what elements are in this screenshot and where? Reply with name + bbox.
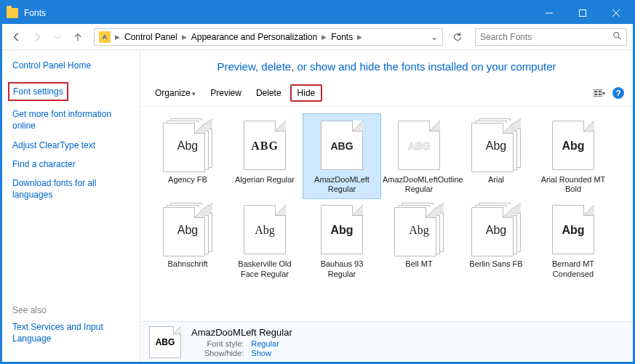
details-font-style-label: Font style:	[191, 339, 244, 348]
font-sample: Abg	[330, 224, 353, 237]
chevron-right-icon[interactable]: ▶	[180, 33, 188, 41]
font-item[interactable]: AbgAgency FB	[149, 114, 226, 198]
font-item[interactable]: ABGAmazDooMLeft Regular	[303, 114, 380, 198]
font-sample: Abg	[562, 139, 584, 153]
font-item[interactable]: AbgBell MT	[380, 198, 458, 283]
toolbar: Organize Preview Delete Hide ▾ ?	[140, 80, 633, 107]
page-title: Preview, delete, or show and hide the fo…	[140, 50, 633, 80]
minimize-button[interactable]	[532, 2, 566, 24]
font-thumbnail: Abg	[548, 203, 598, 256]
sidebar: Control Panel Home Font settingsGet more…	[2, 50, 140, 362]
chevron-right-icon[interactable]: ▶	[320, 33, 328, 41]
svg-rect-8	[599, 91, 602, 92]
font-sample: Abg	[255, 224, 275, 237]
font-item[interactable]: AbgBauhaus 93 Regular	[303, 198, 380, 283]
font-name-label: Agency FB	[168, 175, 207, 185]
svg-point-4	[614, 32, 619, 37]
font-name-label: Bahnschrift	[167, 259, 207, 269]
sidebar-link[interactable]: Download fonts for all languages	[12, 177, 129, 201]
font-sample: ABG	[407, 140, 430, 152]
font-name-label: Baskerville Old Face Regular	[228, 259, 301, 278]
details-show-hide-label: Show/hide:	[191, 349, 244, 357]
nav-row: A ▶ Control Panel ▶ Appearance and Perso…	[2, 24, 633, 50]
font-sample: Abg	[562, 224, 584, 237]
svg-rect-10	[599, 94, 602, 95]
font-name-label: Algerian Regular	[235, 175, 295, 185]
svg-line-5	[618, 37, 620, 39]
breadcrumb[interactable]: A ▶ Control Panel ▶ Appearance and Perso…	[94, 28, 443, 46]
search-icon[interactable]	[612, 31, 622, 43]
font-thumbnail: ABG	[394, 118, 444, 172]
forward-button[interactable]	[28, 28, 46, 46]
control-panel-home-link[interactable]: Control Panel Home	[12, 60, 129, 70]
details-thumbnail: ABG	[149, 326, 181, 358]
font-thumbnail: Abg	[317, 203, 367, 256]
back-button[interactable]	[8, 28, 25, 46]
delete-button[interactable]: Delete	[250, 86, 287, 100]
font-thumbnail: Abg	[163, 203, 212, 256]
font-grid: AbgAgency FBABGAlgerian RegularABGAmazDo…	[140, 107, 633, 321]
view-options-button[interactable]: ▾	[594, 87, 605, 99]
font-thumbnail: Abg	[471, 118, 521, 172]
chevron-right-icon[interactable]: ▶	[113, 33, 121, 41]
search-input[interactable]	[480, 32, 612, 42]
font-name-label: AmazDooMLeftOutline Regular	[383, 175, 455, 194]
font-sample: Abg	[486, 139, 506, 153]
preview-button[interactable]: Preview	[204, 86, 247, 100]
font-item[interactable]: AbgArial Rounded MT Bold	[535, 114, 612, 198]
sidebar-link[interactable]: Get more font information online	[12, 108, 129, 132]
font-item[interactable]: ABGAmazDooMLeftOutline Regular	[380, 114, 458, 198]
recent-dropdown[interactable]	[49, 28, 66, 46]
details-pane: ABG AmazDooMLeft Regular Font style: Reg…	[140, 321, 633, 362]
organize-button[interactable]: Organize	[149, 86, 201, 100]
sidebar-link[interactable]: Adjust ClearType text	[12, 139, 129, 151]
see-also-header: See also	[12, 305, 129, 315]
details-font-style-value[interactable]: Regular	[251, 339, 292, 348]
hide-button[interactable]: Hide	[290, 84, 323, 102]
font-sample: Abg	[177, 139, 198, 153]
main-pane: Preview, delete, or show and hide the fo…	[140, 50, 633, 362]
maximize-button[interactable]	[566, 2, 599, 24]
address-dropdown[interactable]: ⌄	[428, 32, 441, 42]
font-item[interactable]: AbgBerlin Sans FB	[458, 198, 535, 283]
font-item[interactable]: AbgBaskerville Old Face Regular	[226, 198, 303, 283]
font-name-label: AmazDooMLeft Regular	[305, 175, 378, 194]
font-thumbnail: ABG	[317, 118, 367, 172]
font-thumbnail: ABG	[240, 118, 289, 172]
font-sample: ABG	[330, 140, 353, 152]
fonts-folder-icon: A	[99, 31, 111, 43]
search-box[interactable]	[475, 28, 627, 46]
folder-icon	[7, 8, 18, 18]
svg-rect-7	[595, 91, 598, 92]
breadcrumb-item[interactable]: Appearance and Personalization	[188, 32, 320, 42]
font-name-label: Berlin Sans FB	[469, 259, 522, 269]
font-item[interactable]: AbgArial	[458, 114, 535, 198]
help-button[interactable]: ?	[612, 87, 624, 99]
font-sample: Abg	[177, 224, 198, 237]
font-item[interactable]: ABGAlgerian Regular	[226, 114, 303, 198]
font-item[interactable]: AbgBernard MT Condensed	[535, 198, 612, 283]
details-font-name: AmazDooMLeft Regular	[191, 327, 292, 338]
window-title: Fonts	[24, 8, 46, 18]
sidebar-link[interactable]: Font settings	[8, 82, 68, 101]
svg-rect-6	[594, 90, 602, 97]
breadcrumb-item[interactable]: Control Panel	[121, 32, 180, 42]
font-item[interactable]: AbgBahnschrift	[149, 198, 226, 283]
details-show-hide-value[interactable]: Show	[251, 349, 292, 357]
window-controls	[532, 2, 633, 24]
breadcrumb-item[interactable]: Fonts	[328, 32, 356, 42]
font-name-label: Bell MT	[405, 259, 432, 269]
chevron-right-icon[interactable]: ▶	[356, 33, 364, 41]
font-name-label: Bauhaus 93 Regular	[305, 259, 378, 278]
font-thumbnail: Abg	[394, 203, 444, 256]
refresh-button[interactable]	[449, 28, 466, 46]
font-name-label: Arial Rounded MT Bold	[537, 175, 610, 194]
font-thumbnail: Abg	[240, 203, 289, 256]
font-sample: ABG	[251, 139, 279, 153]
font-sample: Abg	[409, 224, 429, 237]
see-also-link[interactable]: Text Services and Input Language	[12, 321, 129, 344]
font-thumbnail: Abg	[163, 118, 212, 172]
close-button[interactable]	[599, 2, 633, 24]
up-button[interactable]	[69, 28, 87, 46]
sidebar-link[interactable]: Find a character	[12, 158, 129, 170]
